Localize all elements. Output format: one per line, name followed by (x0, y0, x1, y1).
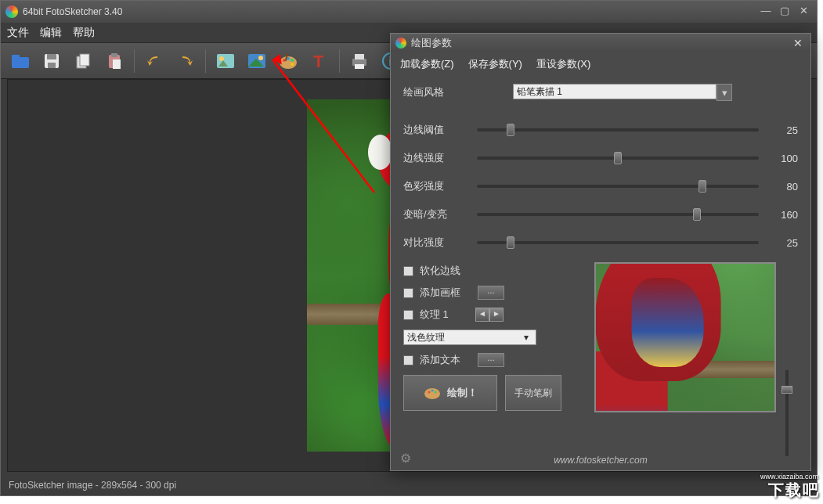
slider-value: 80 (770, 181, 798, 193)
slider-value: 160 (770, 209, 798, 221)
svg-rect-4 (48, 63, 56, 68)
add-text-label: 添加文本 (420, 353, 460, 367)
svg-text:T: T (313, 52, 324, 70)
palette-icon (424, 386, 441, 400)
edge-threshold-slider[interactable] (477, 128, 759, 131)
slider-label: 变暗/变亮 (403, 207, 466, 221)
copy-button[interactable] (70, 48, 96, 74)
color-intensity-row: 色彩强度 80 (403, 179, 798, 193)
status-text: FotoSketcher image - 289x564 - 300 dpi (9, 480, 176, 491)
app-icon (5, 5, 18, 18)
drawing-params-dialog: 绘图参数 ✕ 加载参数(Z) 保存参数(Y) 重设参数(X) 绘画风格 铅笔素描… (390, 33, 811, 471)
save-button[interactable] (38, 48, 65, 74)
soften-edges-label: 软化边线 (420, 264, 460, 278)
maximize-button[interactable]: ▢ (776, 5, 793, 19)
texture-prev-button[interactable]: ◄ (475, 308, 489, 322)
watermark-text: 下载吧 (768, 480, 820, 501)
dialog-titlebar[interactable]: 绘图参数 ✕ (391, 34, 810, 52)
slider-value: 25 (770, 124, 798, 136)
slider-label: 色彩强度 (403, 179, 466, 193)
svg-point-13 (258, 56, 263, 60)
color-intensity-slider[interactable] (477, 185, 759, 188)
style-dropdown[interactable]: 铅笔素描 1 (513, 84, 717, 99)
text-button[interactable]: T (306, 48, 333, 74)
svg-point-11 (219, 56, 224, 61)
window-title: 64bit FotoSketcher 3.40 (23, 6, 122, 17)
slider-label: 对比强度 (403, 236, 466, 250)
open-button[interactable] (7, 48, 34, 74)
draw-button[interactable]: 绘制！ (403, 375, 497, 411)
edge-threshold-row: 边线阈值 25 (403, 123, 798, 137)
svg-point-33 (434, 391, 436, 394)
style-dropdown-arrow[interactable]: ▾ (717, 84, 732, 101)
texture-label: 纹理 1 (420, 308, 449, 322)
darken-lighten-slider[interactable] (477, 213, 759, 216)
svg-point-18 (291, 63, 294, 66)
texture-checkbox[interactable] (403, 310, 413, 320)
slider-label: 边线阈值 (403, 123, 466, 137)
svg-rect-1 (12, 55, 20, 59)
add-frame-checkbox[interactable] (403, 288, 413, 298)
texture-next-button[interactable]: ► (489, 308, 504, 322)
menu-file[interactable]: 文件 (7, 26, 29, 40)
svg-rect-23 (355, 64, 364, 69)
save-params-menu[interactable]: 保存参数(Y) (468, 57, 522, 71)
minimize-button[interactable]: — (757, 5, 774, 19)
dialog-footer-url: www.fotosketcher.com (391, 455, 810, 466)
palette-button[interactable] (275, 48, 301, 74)
result-image-button[interactable] (244, 48, 270, 74)
menu-edit[interactable]: 编辑 (40, 26, 62, 40)
undo-button[interactable] (141, 48, 168, 74)
load-params-menu[interactable]: 加载参数(Z) (400, 57, 454, 71)
darken-lighten-row: 变暗/变亮 160 (403, 207, 798, 221)
slider-label: 边线强度 (403, 151, 466, 165)
svg-point-31 (428, 391, 430, 394)
dialog-close-button[interactable]: ✕ (790, 37, 806, 49)
dialog-title: 绘图参数 (411, 36, 452, 50)
preview-zoom-slider[interactable] (781, 370, 793, 456)
style-label: 绘画风格 (403, 85, 466, 99)
svg-rect-9 (113, 59, 121, 69)
chevron-down-icon: ▾ (520, 332, 532, 343)
source-image-button[interactable] (212, 48, 239, 74)
text-options-button[interactable]: … (478, 353, 504, 367)
redo-button[interactable] (172, 48, 199, 74)
close-button[interactable]: ✕ (795, 5, 812, 19)
svg-rect-22 (355, 54, 364, 59)
statusbar: FotoSketcher image - 289x564 - 300 dpi (1, 477, 817, 495)
reset-params-menu[interactable]: 重设参数(X) (536, 57, 590, 71)
add-text-checkbox[interactable] (403, 355, 413, 365)
soften-edges-checkbox[interactable] (403, 266, 413, 276)
contrast-row: 对比强度 25 (403, 236, 798, 250)
svg-rect-0 (12, 57, 29, 68)
slider-value: 100 (770, 153, 798, 164)
titlebar: 64bit FotoSketcher 3.40 — ▢ ✕ (1, 1, 817, 23)
svg-rect-8 (111, 53, 117, 57)
dialog-menu: 加载参数(Z) 保存参数(Y) 重设参数(X) (391, 52, 810, 76)
texture-dropdown[interactable]: 浅色纹理 ▾ (403, 329, 536, 345)
svg-point-32 (431, 390, 433, 392)
svg-rect-3 (47, 54, 56, 59)
manual-brush-button[interactable]: 手动笔刷 (505, 375, 561, 411)
print-button[interactable] (346, 48, 373, 74)
contrast-slider[interactable] (477, 241, 759, 244)
app-icon (395, 38, 406, 49)
preview-image (594, 262, 776, 412)
edge-intensity-slider[interactable] (477, 157, 759, 160)
edge-intensity-row: 边线强度 100 (403, 151, 798, 165)
frame-options-button[interactable]: … (478, 286, 504, 300)
paste-button[interactable] (101, 48, 128, 74)
slider-value: 25 (770, 237, 798, 249)
svg-rect-6 (80, 54, 89, 66)
svg-point-17 (291, 59, 294, 62)
add-frame-label: 添加画框 (420, 286, 460, 300)
menu-help[interactable]: 帮助 (73, 26, 95, 40)
